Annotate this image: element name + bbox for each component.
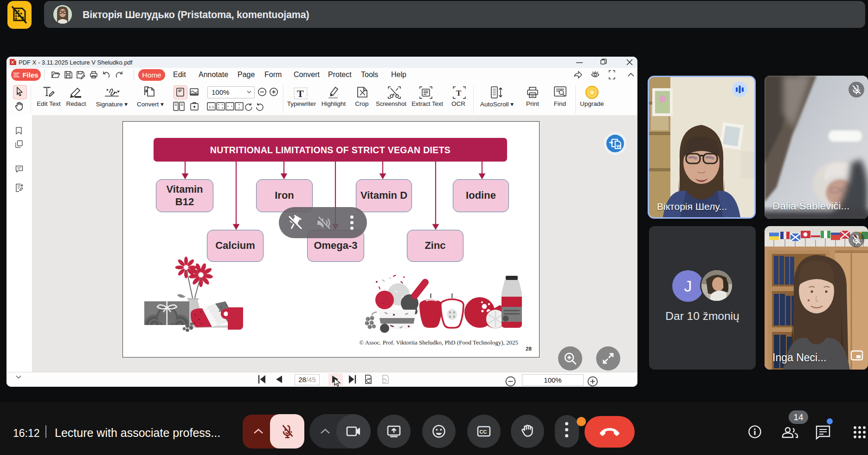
svg-text:T: T <box>297 88 304 99</box>
svg-text:T: T <box>456 89 462 98</box>
svg-text:CC: CC <box>480 429 487 435</box>
svg-text:1:1: 1:1 <box>209 105 214 109</box>
svg-text:W: W <box>617 144 621 149</box>
svg-text:X: X <box>11 60 14 65</box>
